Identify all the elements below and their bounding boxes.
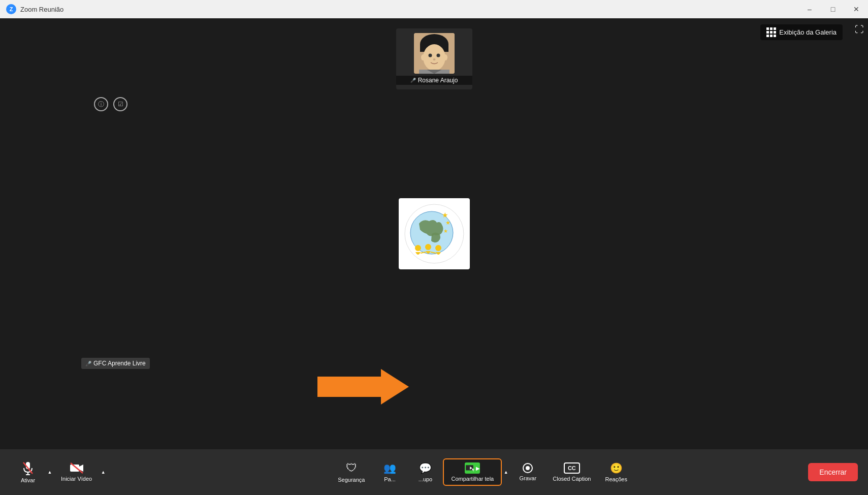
compartilhar-caret-button[interactable]: ▲ xyxy=(502,465,510,480)
participant-tile: 🎤 Rosane Araujo xyxy=(396,28,472,89)
participants-icon: 👥 xyxy=(383,462,396,474)
seguranca-label: Segurança xyxy=(338,477,365,483)
gallery-icon xyxy=(766,27,776,37)
compartilhar-tela-group: Compartilhar tela ▲ xyxy=(443,458,510,486)
gravar-label: Gravar xyxy=(519,475,536,481)
record-icon xyxy=(523,463,533,473)
svg-text:★: ★ xyxy=(445,220,451,226)
fullscreen-button[interactable]: ⛶ xyxy=(855,24,864,35)
ativar-button[interactable]: Ativar xyxy=(10,458,46,486)
compartilhar-tela-button[interactable]: Compartilhar tela xyxy=(443,458,502,486)
participantes-label: Pa... xyxy=(384,476,396,482)
info-icon[interactable]: ⓘ xyxy=(94,97,108,111)
svg-rect-28 xyxy=(466,465,474,470)
center-logo-container: ★ ★ ★ xyxy=(399,198,470,269)
gfc-tooltip-mic-icon: 🎤 xyxy=(85,361,91,366)
grupo-icon: 💬 xyxy=(419,462,432,474)
svg-point-18 xyxy=(435,245,441,251)
video-caret-button[interactable]: ▲ xyxy=(99,465,107,480)
gfc-tooltip: 🎤 GFC Aprende Livre xyxy=(81,358,150,369)
video-svg xyxy=(70,462,84,474)
svg-point-7 xyxy=(421,54,425,60)
title-bar: Z Zoom Reunião – □ ✕ xyxy=(0,0,868,18)
svg-text:★: ★ xyxy=(442,211,448,219)
encerrar-button[interactable]: Encerrar xyxy=(808,463,858,481)
app-title: Zoom Reunião xyxy=(20,6,63,13)
participant-avatar xyxy=(414,33,455,74)
closed-caption-label: Closed Caption xyxy=(553,476,591,482)
svg-text:★: ★ xyxy=(443,228,448,234)
compartilhar-tela-label: Compartilhar tela xyxy=(451,476,494,482)
arrow-container xyxy=(317,369,409,405)
cc-icon: CC xyxy=(564,462,580,474)
participant-name-label: 🎤 Rosane Araujo xyxy=(396,76,472,85)
gfc-tooltip-label: GFC Aprende Livre xyxy=(93,360,146,367)
gravar-button[interactable]: Gravar xyxy=(510,460,545,484)
mic-svg xyxy=(22,461,34,475)
avatar-face-svg xyxy=(414,33,455,74)
close-button[interactable]: ✕ xyxy=(845,0,868,18)
share-screen-icon xyxy=(465,462,480,474)
reacoes-button[interactable]: 🙂 Reações xyxy=(598,459,634,485)
ativar-label: Ativar xyxy=(21,477,35,483)
video-icon xyxy=(70,462,84,474)
svg-point-16 xyxy=(415,245,421,251)
grupo-label: ...upo xyxy=(419,476,433,482)
toolbar: Ativar ▲ Iniciar Vídeo ▲ 🛡 Segurança 👥 P… xyxy=(0,449,868,495)
mic-off-indicator: 🎤 xyxy=(410,78,416,83)
ativar-group: Ativar ▲ xyxy=(10,458,54,486)
center-logo-inner: ★ ★ ★ xyxy=(401,201,467,267)
closed-caption-button[interactable]: CC Closed Caption xyxy=(545,459,598,485)
maximize-button[interactable]: □ xyxy=(821,0,845,18)
info-icons-group: ⓘ ☑ xyxy=(94,97,127,111)
svg-point-17 xyxy=(425,244,431,250)
app-logo: Z xyxy=(6,4,16,14)
participantes-button[interactable]: 👥 Pa... xyxy=(372,459,407,485)
globe-logo-svg: ★ ★ ★ xyxy=(404,203,465,264)
iniciar-video-label: Iniciar Vídeo xyxy=(61,476,92,482)
share-screen-svg xyxy=(465,462,476,474)
main-video-area: Exibição da Galeria ⛶ ⓘ ☑ xyxy=(0,18,868,449)
gallery-view-button[interactable]: Exibição da Galeria xyxy=(760,24,843,40)
reacoes-label: Reações xyxy=(605,476,627,482)
gallery-view-label: Exibição da Galeria xyxy=(779,28,837,36)
grupo-button[interactable]: 💬 ...upo xyxy=(407,459,443,485)
shield-icon: 🛡 xyxy=(346,461,357,475)
arrow-shaft xyxy=(317,377,381,397)
iniciar-video-button[interactable]: Iniciar Vídeo xyxy=(54,459,99,485)
arrow-right xyxy=(317,369,409,405)
arrow-head xyxy=(381,369,409,405)
seguranca-button[interactable]: 🛡 Segurança xyxy=(331,458,372,486)
svg-point-6 xyxy=(433,58,435,60)
svg-point-4 xyxy=(428,54,432,57)
shield-small-icon[interactable]: ☑ xyxy=(113,97,127,111)
ativar-caret-button[interactable]: ▲ xyxy=(46,465,54,480)
mic-icon xyxy=(22,461,34,475)
minimize-button[interactable]: – xyxy=(798,0,821,18)
svg-point-8 xyxy=(443,54,447,60)
encerrar-label: Encerrar xyxy=(819,468,847,476)
window-controls: – □ ✕ xyxy=(798,0,868,18)
iniciar-video-group: Iniciar Vídeo ▲ xyxy=(54,459,107,485)
svg-point-3 xyxy=(423,44,445,71)
reactions-icon: 🙂 xyxy=(610,462,623,474)
svg-point-5 xyxy=(436,54,440,57)
